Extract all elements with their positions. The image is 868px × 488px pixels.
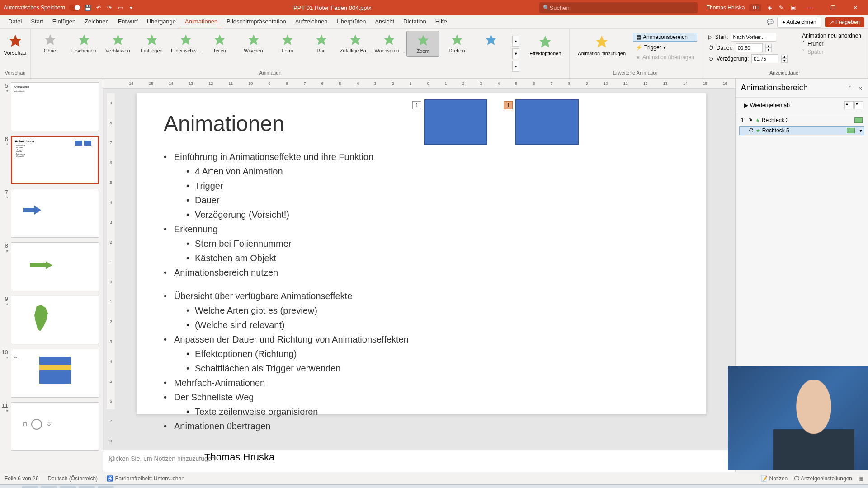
accessibility-status[interactable]: ♿ Barrierefreiheit: Untersuchen [107, 475, 184, 482]
menu-entwurf[interactable]: Entwurf [113, 15, 142, 28]
anim-einfliegen[interactable]: Einfliegen [135, 31, 168, 57]
bullet[interactable]: Übersicht über verfügbare Animationseffe… [164, 289, 679, 303]
record-button[interactable]: ● Aufzeichnen [777, 17, 821, 28]
vlc-icon[interactable]: ▲ [136, 486, 152, 488]
add-animation-button[interactable]: Animation hinzufügen [572, 31, 631, 63]
start-button[interactable]: ⊞ [3, 486, 19, 488]
user-badge[interactable]: TH [749, 4, 761, 11]
rectangle-5[interactable] [515, 99, 579, 145]
gallery-up[interactable]: ▲ [512, 36, 519, 47]
diamond-icon[interactable]: ◈ [766, 4, 773, 11]
bullet[interactable]: Erkennung [164, 222, 679, 236]
anim-teilen[interactable]: Teilen [203, 31, 236, 57]
bullet[interactable]: Kästchen am Objekt [186, 251, 679, 265]
bullet[interactable]: Texte zeilenweise organisieren [186, 404, 679, 419]
app-icon-5[interactable]: ◉ [269, 486, 285, 488]
menu-dictation[interactable]: Dictation [399, 15, 431, 28]
app-icon-1[interactable]: ☁ [117, 486, 133, 488]
thumb-5[interactable]: 5*Animationentext content... [0, 82, 99, 131]
duration-up[interactable]: ▲ [765, 44, 772, 48]
rectangle-3[interactable] [424, 99, 487, 145]
anim-tag-1[interactable]: 1 [412, 101, 421, 109]
telegram-icon[interactable]: ✈ [212, 486, 228, 488]
anim-drehen[interactable]: Drehen [440, 31, 473, 57]
thumb-9[interactable]: 9* [0, 296, 99, 344]
anim-zuflligeba[interactable]: Zufällige Ba... [339, 31, 372, 57]
thumb-10[interactable]: 10*text... [0, 349, 99, 398]
anim-entry-0[interactable]: 1🖱★Rechteck 3 [739, 116, 864, 124]
delay-up[interactable]: ▲ [781, 55, 788, 59]
bullet[interactable]: Effektoptionen (Richtung) [186, 347, 679, 361]
menu-zeichnen[interactable]: Zeichnen [80, 15, 113, 28]
bullet[interactable]: Schaltflächen als Trigger verwenden [186, 361, 679, 375]
share-button[interactable]: ↗ Freigeben [825, 17, 864, 27]
user-name[interactable]: Thomas Hruska [707, 5, 745, 11]
menu-einfügen[interactable]: Einfügen [48, 15, 80, 28]
menu-bildschirmpräsentation[interactable]: Bildschirmpräsentation [222, 15, 291, 28]
move-up-button[interactable]: ▲ [844, 101, 854, 109]
comments-icon[interactable]: 💬 [767, 19, 774, 25]
app-icon-4[interactable]: ▶ [231, 486, 247, 488]
bullet[interactable]: Dauer [186, 193, 679, 207]
onenote-icon[interactable]: N [193, 486, 209, 488]
start-select[interactable] [731, 33, 776, 42]
minimize-button[interactable]: — [801, 0, 819, 15]
bullet[interactable]: 4 Arten von Animation [186, 164, 679, 178]
play-from-button[interactable]: ▶ Wiedergeben ab [740, 100, 794, 110]
earlier-button[interactable]: ˄ Früher [802, 41, 861, 47]
copy-animation-button[interactable]: ★ Animation übertragen [633, 53, 697, 61]
thumb-6[interactable]: 6*Animationen• Einführung • 4 Arten • Tr… [0, 136, 99, 184]
bullet[interactable]: Einführung in Animationseffekte und ihre… [164, 150, 679, 164]
gallery-down[interactable]: ▼ [512, 48, 519, 59]
delay-down[interactable]: ▼ [781, 59, 788, 63]
menu-animationen[interactable]: Animationen [180, 15, 222, 28]
slide-thumbnails[interactable]: 5*Animationentext content...6*Animatione… [0, 79, 103, 472]
obs-icon[interactable]: ⬤ [250, 486, 266, 488]
duration-down[interactable]: ▼ [765, 48, 772, 52]
menu-hilfe[interactable]: Hilfe [431, 15, 452, 28]
bullet[interactable]: Animationsbereich nutzen [164, 265, 679, 280]
outlook-icon[interactable]: 📧 [79, 486, 95, 488]
menu-datei[interactable]: Datei [4, 15, 26, 28]
firefox-icon[interactable]: 🦊 [41, 486, 57, 488]
chrome-icon[interactable]: 🌐 [60, 486, 76, 488]
search-box[interactable]: 🔍 [539, 2, 698, 13]
slide-title[interactable]: Animationen [164, 111, 679, 136]
bullet[interactable]: Der Schnellste Weg [164, 390, 679, 404]
app-icon-2[interactable]: 📷 [155, 486, 171, 488]
app-icon-6[interactable]: 🌀 [288, 486, 304, 488]
bullet[interactable]: Mehrfach-Animationen [164, 375, 679, 390]
anim-tag-2[interactable]: 1 [504, 101, 513, 109]
slideshow-icon[interactable]: ▭ [117, 4, 124, 11]
notes-toggle[interactable]: 📝 Notizen [761, 475, 788, 482]
save-icon[interactable]: 💾 [84, 4, 91, 11]
app-icon-7[interactable]: 📄 [326, 486, 342, 488]
menu-ansicht[interactable]: Ansicht [370, 15, 399, 28]
anim-wischen[interactable]: Wischen [237, 31, 270, 57]
app-icon-3[interactable]: ● [174, 486, 190, 488]
menu-aufzeichnen[interactable]: Aufzeichnen [291, 15, 332, 28]
later-button[interactable]: ˅ Später [802, 49, 861, 55]
move-down-button[interactable]: ▼ [854, 101, 863, 109]
edge-icon[interactable]: 🌊 [307, 486, 323, 488]
bullet[interactable]: (Welche sind relevant) [186, 318, 679, 332]
preview-button[interactable]: Vorschau [3, 31, 28, 59]
powerpoint-icon[interactable]: P [98, 486, 114, 488]
anim-entry-1[interactable]: ⏱★Rechteck 5▾ [739, 126, 864, 135]
anim-wachsenu[interactable]: Wachsen u... [373, 31, 406, 57]
pane-collapse-icon[interactable]: ˅ [849, 85, 851, 92]
anim-verblassen[interactable]: Verblassen [101, 31, 134, 57]
menu-überprüfen[interactable]: Überprüfen [332, 15, 370, 28]
normal-view-icon[interactable]: ▦ [859, 475, 863, 482]
bullet[interactable]: Verzögerung (Vorsicht!) [186, 207, 679, 222]
close-button[interactable]: ✕ [846, 0, 864, 15]
anim-more[interactable] [474, 31, 507, 57]
bullet[interactable]: Anpassen der Dauer und Richtung von Anim… [164, 332, 679, 347]
animation-pane-button[interactable]: ▤ Animationsbereich [633, 33, 697, 42]
pane-close-icon[interactable]: ✕ [858, 85, 863, 92]
anim-rad[interactable]: Rad [305, 31, 338, 57]
language-status[interactable]: Deutsch (Österreich) [47, 475, 98, 482]
menu-start[interactable]: Start [26, 15, 47, 28]
bullet[interactable]: Trigger [186, 178, 679, 193]
menu-übergänge[interactable]: Übergänge [142, 15, 180, 28]
